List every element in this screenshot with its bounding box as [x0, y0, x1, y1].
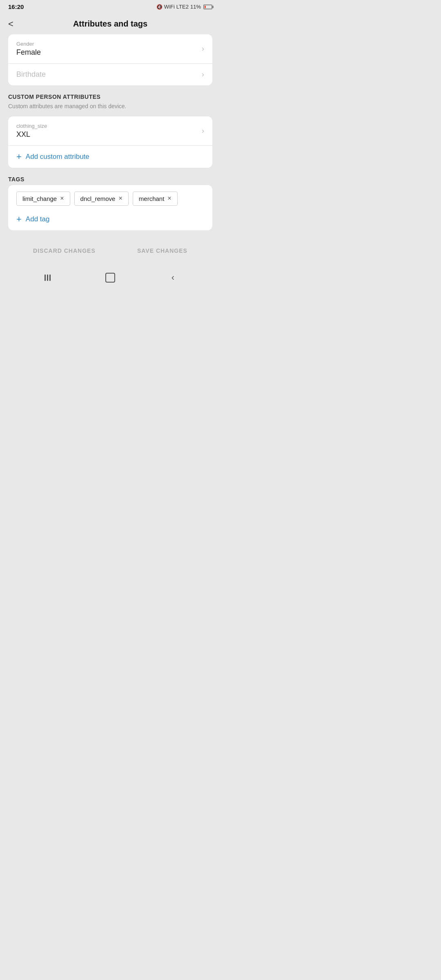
nav-bar: ‹ — [0, 263, 220, 294]
tag-merchant: merchant × — [133, 192, 178, 206]
add-tag-button[interactable]: + Add tag — [8, 208, 212, 230]
page-title: Attributes and tags — [73, 19, 147, 29]
tags-container: limit_change × dncl_remove × merchant × — [8, 185, 212, 208]
signal-icon: LTE2 — [176, 4, 189, 10]
gender-chevron-icon: › — [202, 45, 204, 53]
birthdate-label: Birthdate — [16, 70, 46, 79]
clothing-size-label: clothing_size — [16, 123, 47, 129]
add-custom-attribute-label: Add custom attribute — [26, 153, 89, 161]
battery-icon — [203, 4, 212, 9]
nav-back-icon: ‹ — [172, 272, 174, 283]
birthdate-row[interactable]: Birthdate › — [8, 64, 212, 85]
tag-merchant-remove[interactable]: × — [167, 195, 171, 202]
tag-limit-change-label: limit_change — [22, 195, 57, 202]
nav-recents-button[interactable] — [40, 270, 56, 286]
discard-changes-button[interactable]: DISCARD CHANGES — [33, 247, 96, 254]
birthdate-chevron-icon: › — [202, 70, 204, 79]
status-bar: 16:20 🔇 WiFi LTE2 11% — [0, 0, 220, 12]
tag-merchant-label: merchant — [139, 195, 165, 202]
recents-icon — [45, 274, 51, 281]
custom-attributes-heading: CUSTOM PERSON ATTRIBUTES — [8, 94, 212, 100]
add-custom-attribute-icon: + — [16, 152, 22, 161]
add-custom-attribute-button[interactable]: + Add custom attribute — [8, 146, 212, 168]
gender-value: Female — [16, 48, 41, 57]
tag-dncl-remove: dncl_remove × — [74, 192, 129, 206]
standard-attributes-card: Gender Female › Birthdate › — [8, 34, 212, 85]
gender-label: Gender — [16, 41, 41, 47]
battery-text: 11% — [190, 4, 201, 10]
tag-dncl-remove-label: dncl_remove — [80, 195, 116, 202]
nav-back-button[interactable]: ‹ — [165, 270, 181, 286]
page-content: Gender Female › Birthdate › CUSTOM PERSO… — [0, 34, 220, 230]
add-tag-label: Add tag — [26, 215, 50, 223]
wifi-icon: WiFi — [164, 4, 175, 10]
tags-card: limit_change × dncl_remove × merchant × … — [8, 185, 212, 230]
page-header: < Attributes and tags — [0, 12, 220, 34]
back-button[interactable]: < — [8, 20, 13, 29]
custom-attributes-subtext: Custom attributes are managed on this de… — [8, 102, 212, 111]
tag-limit-change: limit_change × — [16, 192, 70, 206]
status-icons: 🔇 WiFi LTE2 11% — [156, 4, 212, 10]
tag-limit-change-remove[interactable]: × — [60, 195, 64, 202]
clothing-size-row[interactable]: clothing_size XXL › — [8, 116, 212, 146]
status-time: 16:20 — [8, 3, 24, 10]
custom-attributes-card: clothing_size XXL › + Add custom attribu… — [8, 116, 212, 168]
save-changes-button[interactable]: SAVE CHANGES — [137, 247, 187, 254]
mute-icon: 🔇 — [156, 4, 163, 10]
clothing-size-value: XXL — [16, 130, 47, 139]
nav-home-button[interactable] — [102, 270, 118, 286]
add-tag-icon: + — [16, 215, 22, 224]
home-icon — [105, 273, 115, 283]
clothing-size-chevron-icon: › — [202, 127, 204, 135]
bottom-bar: DISCARD CHANGES SAVE CHANGES — [0, 238, 220, 263]
gender-row[interactable]: Gender Female › — [8, 34, 212, 64]
tag-dncl-remove-remove[interactable]: × — [118, 195, 122, 202]
tags-heading: TAGS — [8, 176, 212, 183]
